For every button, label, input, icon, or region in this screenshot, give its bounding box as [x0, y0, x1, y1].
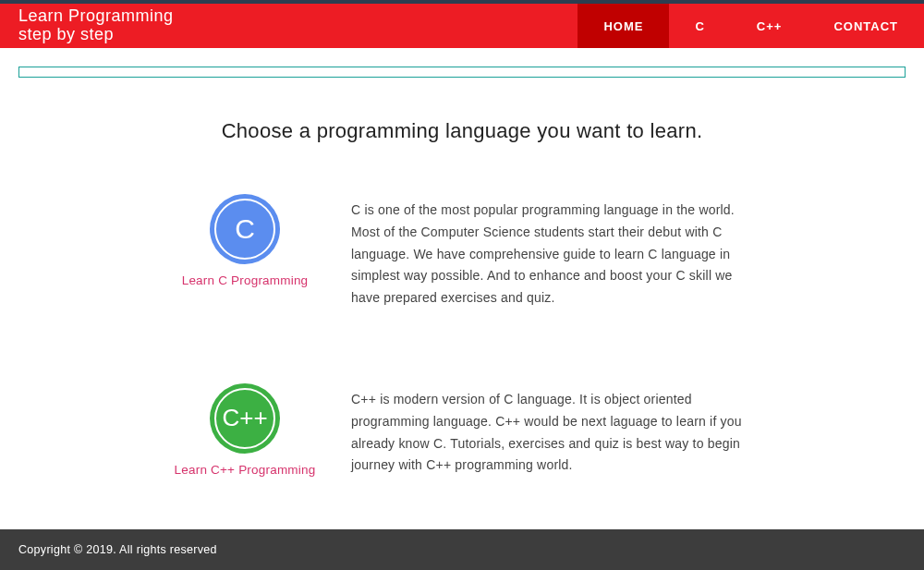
nav-home[interactable]: HOME	[578, 4, 669, 48]
hero-separator	[18, 67, 906, 78]
c-language-icon[interactable]: C	[210, 194, 280, 264]
main-nav: HOME C C++ CONTACT	[578, 4, 924, 48]
nav-c[interactable]: C	[669, 4, 730, 48]
footer: Copyright © 2019. All rights reserved	[0, 529, 924, 570]
cpp-description: C++ is modern version of C language. It …	[351, 383, 758, 477]
page-heading: Choose a programming language you want t…	[0, 119, 924, 143]
nav-cpp[interactable]: C++	[731, 4, 808, 48]
cpp-icon-text: C++	[222, 404, 267, 432]
cpp-icon-column: C++ Learn C++ Programming	[166, 383, 323, 477]
logo-line-1: Learn Programming	[18, 7, 174, 26]
cpp-language-icon[interactable]: C++	[210, 383, 280, 454]
learn-c-link[interactable]: Learn C Programming	[182, 273, 309, 287]
c-icon-column: C Learn C Programming	[166, 194, 323, 287]
language-row-cpp: C++ Learn C++ Programming C++ is modern …	[166, 383, 758, 477]
learn-cpp-link[interactable]: Learn C++ Programming	[175, 463, 316, 477]
logo-line-2: step by step	[18, 26, 174, 44]
language-row-c: C Learn C Programming C is one of the mo…	[166, 194, 758, 309]
copyright-text: Copyright © 2019. All rights reserved	[18, 543, 217, 556]
c-icon-text: C	[235, 213, 255, 245]
header: Learn Programming step by step HOME C C+…	[0, 4, 924, 48]
content-area: C Learn C Programming C is one of the mo…	[0, 194, 924, 477]
c-description: C is one of the most popular programming…	[351, 194, 758, 309]
nav-contact[interactable]: CONTACT	[808, 4, 924, 48]
site-logo[interactable]: Learn Programming step by step	[18, 7, 174, 44]
